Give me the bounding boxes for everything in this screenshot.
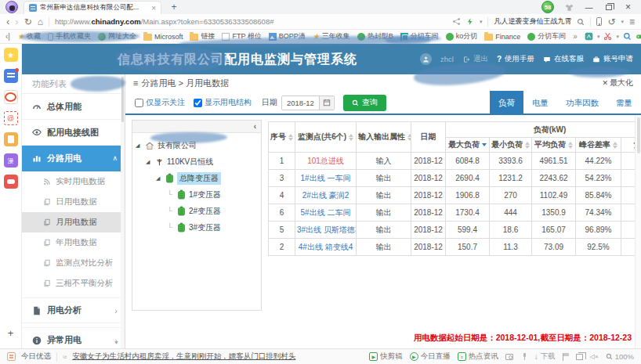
undo-dropdown-caret-icon[interactable]: ▾ xyxy=(621,19,624,25)
daily-picks-label[interactable]: 今日优选 xyxy=(21,351,51,362)
bookmark-item[interactable]: 网址大全 xyxy=(98,31,136,41)
only-follow-checkbox[interactable]: 仅显示关注 xyxy=(135,97,185,108)
flag-icon[interactable] xyxy=(563,353,569,361)
mute-icon[interactable]: ◁× xyxy=(590,353,599,360)
feed-icon[interactable] xyxy=(4,69,18,83)
bookmark-item[interactable]: ★收藏 xyxy=(17,31,41,41)
sort-icon[interactable] xyxy=(288,134,293,141)
bookmark-item[interactable]: 分切车间 xyxy=(527,31,566,41)
tree-node-transformer-3[interactable]: └ 3#变压器 xyxy=(132,219,261,236)
notebook-icon[interactable] xyxy=(4,132,18,146)
sort-desc-icon[interactable] xyxy=(482,143,487,146)
new-tab-button[interactable]: + xyxy=(168,0,180,14)
search-icon[interactable] xyxy=(577,18,585,26)
date-input[interactable] xyxy=(282,99,319,107)
nav-scrollbar[interactable] xyxy=(121,74,125,348)
share-icon[interactable] xyxy=(452,17,461,26)
sort-icon[interactable] xyxy=(613,142,617,149)
bookmark-item[interactable]: Finance xyxy=(484,33,520,41)
show-structure-checkbox[interactable]: 显示用电结构 xyxy=(194,97,252,108)
nav-item-overall-energy[interactable]: 总体用能 xyxy=(22,94,125,120)
maximize-button[interactable]: ✕ 最大化 xyxy=(602,77,633,88)
tree-expander-icon[interactable]: ◢ xyxy=(156,175,162,182)
mention-icon[interactable]: @ xyxy=(4,111,18,125)
windows-icon[interactable] xyxy=(576,354,583,360)
bookmark-item[interactable]: BOPP滴 xyxy=(269,31,306,41)
browser-tab[interactable]: 常州新申达信息科技有限公司配... × xyxy=(24,1,161,14)
nav-item-wiring-diagram[interactable]: 配用电接线图 xyxy=(22,120,125,146)
only-follow-checkbox-input[interactable] xyxy=(135,99,143,107)
tree-node-transformer-1[interactable]: └ 1#变压器 xyxy=(132,186,261,203)
monitor-point-link[interactable]: 2#出线 豪润2 xyxy=(302,191,349,200)
col-header-no[interactable]: 序号 xyxy=(269,122,295,153)
tab-demand[interactable]: 需量 xyxy=(607,91,641,114)
weibo-icon[interactable] xyxy=(4,90,18,104)
account-apply-link[interactable]: 账号申请 xyxy=(592,54,633,64)
nav-subitem-phase-unbalance[interactable]: 三相不平衡分析 xyxy=(22,273,125,294)
bookmark-item[interactable]: 分切车间 xyxy=(400,31,439,41)
minimize-button[interactable]: — xyxy=(579,0,599,14)
tab-load[interactable]: 负荷 xyxy=(490,91,523,114)
bookmark-item[interactable]: Microsoft xyxy=(143,33,183,41)
nav-item-abnormal-power[interactable]: 异常用电 › xyxy=(22,327,125,348)
monitor-point-link[interactable]: 101总进线 xyxy=(307,157,344,165)
col-header-io-attr[interactable]: 输入输出属性 xyxy=(357,122,411,153)
nav-subitem-realtime-data[interactable]: 实时用电数据 xyxy=(22,171,125,192)
sort-icon[interactable] xyxy=(568,142,573,149)
close-button[interactable]: × xyxy=(618,0,638,14)
sort-icon[interactable] xyxy=(525,142,530,149)
download-button[interactable]: ↓下载 xyxy=(534,351,556,362)
nav-scroll-down-icon[interactable]: ▼ xyxy=(114,340,119,345)
monitor-point-link[interactable]: 1#出线 一车间 xyxy=(301,174,351,182)
bookmark-item[interactable]: 手机收藏夹 xyxy=(48,31,91,41)
col-header-clipped[interactable]: 负 xyxy=(621,138,636,153)
tab-energy[interactable]: 电量 xyxy=(523,91,557,114)
back-button[interactable]: ‹ xyxy=(6,16,9,27)
tree-node-company[interactable]: ◢ 技有限公司 xyxy=(132,137,261,153)
monitor-point-link[interactable]: 4#出线 箱变线4 xyxy=(299,243,353,251)
breadcrumb-menu-icon[interactable]: ≡ xyxy=(133,78,138,88)
tree-expander-icon[interactable]: ◢ xyxy=(136,142,142,149)
quick-clip-button[interactable]: ▶快剪辑 xyxy=(369,351,403,362)
find-icon[interactable] xyxy=(623,32,632,41)
online-service-link[interactable]: 在线客服 xyxy=(543,54,584,64)
col-header-peak-valley-rate[interactable]: 峰谷差率 xyxy=(576,138,621,153)
speed-score-badge[interactable]: 58 xyxy=(541,1,554,13)
undo-icon[interactable]: ↺ xyxy=(607,17,615,27)
bookmark-item[interactable]: FTP 根位 xyxy=(222,31,261,41)
tree-node-main-transformer[interactable]: ◢ 总降变压器 xyxy=(132,170,261,186)
nav-subitem-point-compare[interactable]: 监测点对比分析 xyxy=(22,253,125,273)
sort-icon[interactable] xyxy=(349,134,353,141)
tab-close-icon[interactable]: × xyxy=(151,4,156,13)
nav-item-branch-power[interactable]: 分路用电 ∧ xyxy=(22,146,125,171)
url-field[interactable]: http://www.chinadny.com/Main.aspx?token=… xyxy=(55,17,447,26)
comics-icon[interactable]: 漫 xyxy=(4,153,18,168)
search-box[interactable]: 凡人逆袭变身仙王战九霄 xyxy=(494,16,571,27)
refresh-ticker-icon[interactable]: ≈ xyxy=(63,352,67,361)
mobile-sync-icon[interactable] xyxy=(596,17,602,26)
col-header-max-load[interactable]: 最大负荷 xyxy=(446,138,490,153)
news-ticker-link[interactable]: 安徽女子为生活村内租房卖淫，生意刚刚开始，嫖客从门口排到村头 xyxy=(72,351,295,362)
monitor-point-link[interactable]: 3#出线 贝斯塔德3 xyxy=(297,225,357,234)
tree-node-transformer-2[interactable]: └ 2#变压器 xyxy=(132,203,261,219)
monitor-point-link[interactable]: 5#出线 二车间 xyxy=(301,208,351,217)
tree-collapse-bar[interactable]: ‹ xyxy=(132,121,261,133)
tree-node-line[interactable]: ◢ 110KV吕恒线 xyxy=(132,153,261,170)
bookmark-item[interactable]: 热封型B xyxy=(357,31,393,41)
games-icon[interactable] xyxy=(636,32,641,41)
browser-profile-avatar[interactable] xyxy=(5,1,18,13)
show-structure-checkbox-input[interactable] xyxy=(194,99,202,107)
screenshot-icon[interactable] xyxy=(505,354,513,360)
page-zoom-control[interactable]: 100% xyxy=(606,352,634,361)
calendar-icon[interactable] xyxy=(319,96,333,110)
scissors-icon[interactable] xyxy=(603,32,612,41)
date-input-group[interactable] xyxy=(281,96,335,110)
bookmark-item[interactable]: ko分切 xyxy=(446,31,478,41)
live-today-button[interactable]: ▶今日直播 xyxy=(410,351,451,362)
restore-button[interactable] xyxy=(599,0,618,14)
col-header-point[interactable]: 监测点(共6个) xyxy=(295,122,357,153)
accelerator-bolt-icon[interactable] xyxy=(466,17,474,26)
theme-icon[interactable] xyxy=(560,0,579,14)
manual-link[interactable]: ? 使用手册 xyxy=(497,54,534,64)
tree-expander-icon[interactable]: ◢ xyxy=(146,159,152,165)
